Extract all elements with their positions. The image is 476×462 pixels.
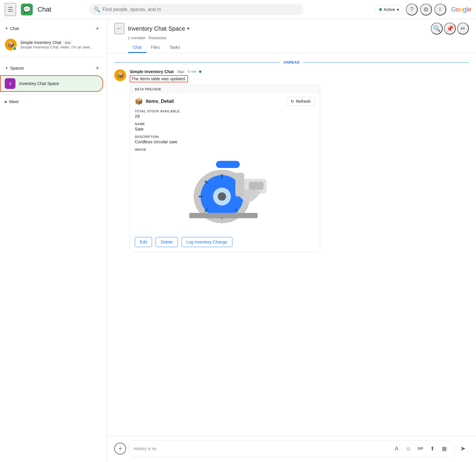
input-icon-row: A ☺ GIF ⬆ ▦ — [391, 443, 450, 454]
card-icon: 📦 — [135, 98, 143, 105]
message-app-badge: App — [176, 70, 186, 74]
tab-chat[interactable]: Chat — [128, 43, 146, 53]
gif-icon[interactable]: GIF — [415, 443, 426, 454]
card-actions: Edit Delete Log Inventory Change — [130, 235, 320, 252]
edit-button[interactable]: Edit — [135, 237, 152, 247]
active-dot — [379, 8, 382, 11]
field-name: NAME Saw — [135, 122, 315, 131]
message-text: The Items table was updated. — [130, 75, 469, 82]
send-button[interactable]: ➤ — [457, 443, 469, 455]
content-area: ← Inventory Chat Space ▾ 🔍 📌 ✏ 1 member … — [107, 19, 476, 462]
message-content: Simple Inventory Chat App 6 min The Item… — [130, 69, 469, 252]
spaces-section: ▼ Spaces + I Inventory Chat Space — [0, 59, 107, 94]
field-image: IMAGE — [135, 148, 315, 226]
chat-tabs: Chat Files Tasks — [128, 43, 469, 53]
delete-button[interactable]: Delete — [156, 237, 178, 247]
field-description: DESCRIPTION Cordless circular saw — [135, 135, 315, 144]
circular-saw-svg — [177, 158, 273, 223]
refresh-icon: ↻ — [291, 99, 294, 104]
space-name-dropdown-icon[interactable]: ▾ — [187, 25, 190, 32]
message-unread-dot — [199, 70, 201, 73]
search-bar[interactable]: 🔍 — [89, 4, 303, 15]
spaces-item-name: Inventory Chat Space — [19, 81, 59, 86]
message-input-box[interactable]: History is on A ☺ GIF ⬆ ▦ — [129, 440, 455, 457]
log-inventory-change-button[interactable]: Log Inventory Change — [181, 237, 233, 247]
chat-space-name: Inventory Chat Space ▾ — [128, 25, 190, 32]
chat-item-simple-inventory[interactable]: 📦 Simple Inventory Chat App Simple Inven… — [0, 36, 103, 54]
app-title: Chat — [37, 6, 51, 13]
chat-header-actions: 🔍 📌 ✏ — [431, 23, 469, 34]
chat-section-title: ▼ Chat — [5, 26, 19, 31]
main-layout: ▼ Chat + 📦 Simple Inventory Chat App Sim… — [0, 19, 476, 462]
message-row: 📦 Simple Inventory Chat App 6 min The It… — [114, 69, 469, 252]
svg-rect-6 — [199, 196, 203, 197]
add-attachment-button[interactable]: + — [114, 443, 126, 455]
meet-section-header[interactable]: ▶ Meet — [0, 97, 107, 106]
message-header: Simple Inventory Chat App 6 min — [130, 69, 469, 74]
chat-chevron-icon: ▼ — [5, 26, 8, 31]
chat-pin-icon[interactable]: 📌 — [444, 23, 456, 34]
field-total-stock-value: 29 — [135, 114, 315, 119]
meet-icon[interactable]: ▦ — [439, 443, 450, 454]
message-time: 6 min — [188, 70, 196, 74]
sidebar: ▼ Chat + 📦 Simple Inventory Chat App Sim… — [0, 19, 107, 462]
field-total-stock: TOTAL STOCK AVAILABLE 29 — [135, 109, 315, 119]
tab-tasks[interactable]: Tasks — [165, 43, 185, 53]
chat-search-icon[interactable]: 🔍 — [431, 23, 443, 34]
hamburger-menu-icon[interactable]: ☰ — [5, 3, 16, 16]
back-button[interactable]: ← — [114, 23, 124, 34]
message-input-row: + History is on A ☺ GIF ⬆ ▦ ➤ — [114, 440, 469, 457]
format-text-icon[interactable]: A — [391, 443, 402, 454]
spaces-section-title: ▼ Spaces — [5, 66, 24, 70]
emoji-icon[interactable]: ☺ — [403, 443, 414, 454]
saw-image — [135, 152, 315, 226]
svg-rect-15 — [189, 213, 258, 218]
field-name-value: Saw — [135, 126, 315, 131]
chat-avatar: 📦 — [5, 39, 17, 51]
unread-line-left — [114, 62, 280, 63]
chat-section-header[interactable]: ▼ Chat + — [0, 21, 107, 36]
spaces-section-header[interactable]: ▼ Spaces + — [0, 61, 107, 75]
chat-section: ▼ Chat + 📦 Simple Inventory Chat App Sim… — [0, 19, 107, 56]
chat-header: ← Inventory Chat Space ▾ 🔍 📌 ✏ 1 member … — [107, 19, 476, 53]
field-description-value: Cordless circular saw — [135, 139, 315, 144]
sidebar-item-inventory-chat-space[interactable]: I Inventory Chat Space — [0, 75, 103, 92]
unread-divider: UNREAD — [114, 60, 469, 65]
help-icon[interactable]: ? — [406, 4, 418, 15]
google-logo: Google — [451, 6, 471, 13]
settings-icon[interactable]: ⚙ — [420, 4, 432, 15]
card-body: TOTAL STOCK AVAILABLE 29 NAME Saw DESCRI… — [130, 108, 320, 235]
chat-online-badge — [12, 46, 17, 51]
meet-section-title: ▶ Meet — [5, 99, 18, 104]
apps-grid-icon[interactable]: ⠿ — [434, 4, 446, 15]
message-input-area: + History is on A ☺ GIF ⬆ ▦ ➤ — [107, 436, 476, 462]
chat-compose-icon[interactable]: ✏ — [457, 23, 469, 34]
meet-section: ▶ Meet — [0, 94, 107, 109]
search-input[interactable] — [103, 7, 298, 12]
message-sender: Simple Inventory Chat — [130, 69, 174, 74]
refresh-button[interactable]: ↻ Refresh — [286, 97, 315, 106]
upload-icon[interactable]: ⬆ — [427, 443, 438, 454]
active-label: Active — [384, 7, 395, 12]
field-description-label: DESCRIPTION — [135, 135, 315, 139]
chat-item-info: Simple Inventory Chat App Simple Invento… — [20, 40, 98, 49]
card-title-text: Items_Detail — [146, 99, 174, 104]
field-name-label: NAME — [135, 122, 315, 126]
spaces-chevron-icon: ▼ — [5, 66, 8, 70]
chat-item-preview: Simple Inventory Chat: Hello, I'm an awe… — [20, 45, 98, 49]
card-items-detail: BETA PREVIEW 📦 Items_Detail ↻ Refresh — [130, 85, 320, 252]
header-right: Active ▾ ? ⚙ ⠿ Google — [375, 4, 471, 15]
spaces-avatar: I — [5, 78, 15, 89]
add-chat-button[interactable]: + — [93, 24, 102, 33]
message-text-highlighted: The Items table was updated. — [130, 75, 188, 82]
top-header: ☰ 💬 Chat 🔍 Active ▾ ? ⚙ ⠿ Google — [0, 0, 476, 19]
chat-item-name: Simple Inventory Chat App — [20, 40, 98, 45]
card-title-row: 📦 Items_Detail ↻ Refresh — [130, 93, 320, 108]
unread-label: UNREAD — [284, 60, 300, 65]
active-status-button[interactable]: Active ▾ — [375, 5, 403, 14]
add-space-button[interactable]: + — [93, 63, 102, 73]
card-title-left: 📦 Items_Detail — [135, 98, 174, 105]
meet-chevron-icon: ▶ — [5, 100, 7, 104]
app-badge: App — [63, 40, 73, 45]
tab-files[interactable]: Files — [146, 43, 165, 53]
